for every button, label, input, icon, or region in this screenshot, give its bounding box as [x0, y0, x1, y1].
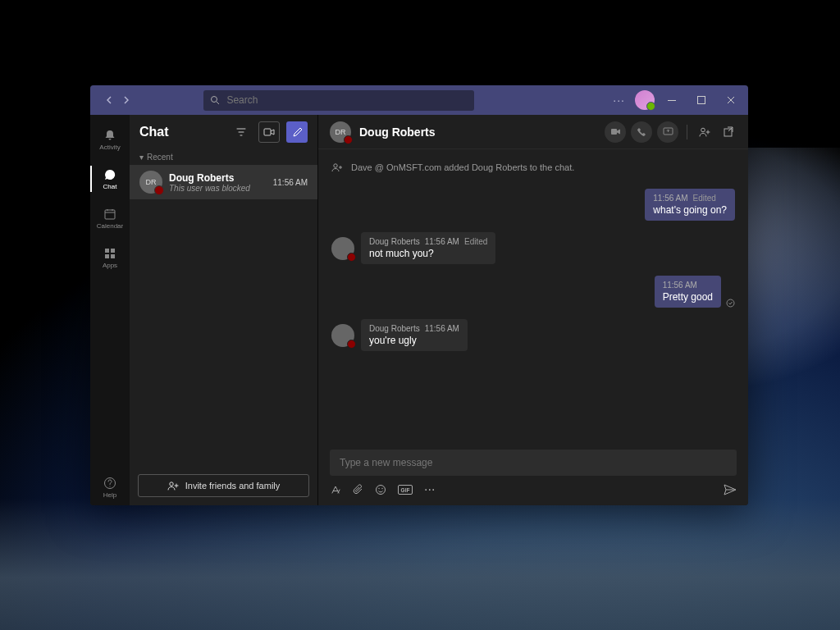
gif-button[interactable]: GIF [398, 485, 413, 495]
message-list: Dave @ OnMSFT.com added Doug Roberts to … [318, 149, 748, 443]
rail-activity[interactable]: Activity [90, 121, 130, 158]
composer-toolbar: GIF ··· [330, 482, 737, 497]
app-rail: Activity Chat Calendar Apps Help [90, 115, 130, 505]
svg-rect-11 [611, 129, 617, 135]
titlebar-controls: ··· [613, 89, 743, 112]
chat-timestamp: 11:56 AM [273, 178, 308, 187]
msg-text: not much you? [369, 248, 487, 259]
contact-avatar: DR [139, 171, 162, 194]
svg-rect-2 [697, 97, 705, 104]
rail-label: Help [103, 491, 116, 499]
invite-label: Invite friends and family [185, 481, 281, 491]
audio-call-button[interactable] [631, 121, 652, 143]
minimize-button[interactable] [660, 89, 684, 112]
svg-point-10 [170, 482, 173, 486]
message-sent[interactable]: 11:56 AMEdited what's going on? [331, 189, 735, 221]
message-input[interactable] [330, 450, 737, 476]
svg-text:GIF: GIF [401, 487, 410, 493]
send-button[interactable] [724, 484, 737, 495]
calendar-icon [103, 208, 116, 221]
invite-icon [167, 481, 179, 491]
emoji-button[interactable] [375, 484, 386, 495]
history-nav [100, 92, 135, 108]
svg-rect-1 [668, 100, 676, 101]
section-recent[interactable]: ▾ Recent [130, 149, 317, 165]
video-call-button[interactable] [605, 121, 626, 143]
person-add-icon [331, 162, 343, 172]
rail-label: Apps [103, 262, 117, 269]
search-input[interactable] [226, 94, 468, 106]
edited-label: Edited [693, 194, 716, 203]
message-received[interactable]: Doug Roberts11:56 AM you're ugly [331, 319, 735, 351]
message-composer: GIF ··· [318, 443, 748, 505]
msg-text: Pretty good [663, 291, 713, 303]
conversation-actions [605, 121, 737, 143]
chat-list-item-body: Doug Roberts This user was blocked [169, 172, 267, 193]
rail-chat[interactable]: Chat [90, 161, 130, 197]
rail-apps[interactable]: Apps [90, 240, 130, 276]
svg-point-15 [334, 164, 337, 167]
rail-help[interactable]: Help [90, 469, 130, 505]
contact-name: Doug Roberts [169, 172, 267, 184]
msg-author: Doug Roberts [369, 324, 420, 333]
close-button[interactable] [719, 89, 743, 112]
search-box[interactable] [203, 90, 474, 111]
system-message-text: Dave @ OnMSFT.com added Doug Roberts to … [351, 162, 574, 172]
conversation-title: Doug Roberts [359, 126, 436, 139]
msg-time: 11:56 AM [425, 237, 459, 246]
svg-point-17 [377, 486, 386, 495]
back-button[interactable] [100, 92, 116, 108]
svg-rect-4 [105, 249, 109, 253]
app-body: Activity Chat Calendar Apps Help Cha [90, 115, 748, 505]
more-button[interactable]: ··· [424, 482, 435, 497]
svg-point-0 [212, 97, 217, 103]
screen-share-button[interactable] [657, 121, 678, 143]
user-avatar[interactable] [635, 90, 655, 110]
format-button[interactable] [330, 484, 341, 495]
svg-point-16 [727, 299, 734, 307]
attach-button[interactable] [353, 484, 363, 495]
invite-section: Invite friends and family [130, 466, 317, 505]
forward-button[interactable] [118, 92, 135, 108]
message-received[interactable]: Doug Roberts11:56 AMEdited not much you? [331, 232, 735, 264]
new-chat-button[interactable] [286, 121, 308, 143]
msg-text: you're ugly [369, 335, 459, 346]
message-sent[interactable]: 11:56 AM Pretty good [331, 276, 735, 308]
chat-list-title: Chat [139, 125, 224, 139]
section-label: Recent [147, 153, 173, 162]
svg-rect-6 [105, 254, 109, 258]
maximize-button[interactable] [689, 89, 714, 112]
invite-button[interactable]: Invite friends and family [138, 474, 309, 497]
app-window: ··· Activity Chat Calendar Apps [90, 85, 748, 505]
add-people-button[interactable] [696, 123, 714, 141]
svg-rect-7 [111, 254, 115, 258]
chat-list-panel: Chat ▾ Recent DR Doug Roberts This user … [130, 115, 318, 505]
titlebar: ··· [90, 85, 748, 115]
svg-rect-5 [111, 249, 115, 253]
msg-time: 11:56 AM [653, 194, 687, 203]
edited-label: Edited [464, 237, 487, 246]
chat-list-item[interactable]: DR Doug Roberts This user was blocked 11… [130, 165, 317, 199]
bell-icon [103, 129, 116, 142]
more-options-button[interactable]: ··· [613, 94, 625, 107]
read-receipt-icon [726, 299, 735, 308]
filter-button[interactable] [231, 121, 252, 143]
svg-point-18 [378, 488, 379, 489]
meet-now-button[interactable] [258, 121, 280, 143]
rail-label: Chat [103, 183, 117, 190]
svg-rect-3 [105, 210, 115, 219]
msg-time: 11:56 AM [663, 281, 697, 290]
chat-preview-text: This user was blocked [169, 184, 267, 193]
popout-button[interactable] [719, 123, 737, 141]
chevron-down-icon: ▾ [139, 153, 144, 162]
msg-author: Doug Roberts [369, 237, 420, 246]
msg-text: what's going on? [653, 204, 727, 216]
system-message: Dave @ OnMSFT.com added Doug Roberts to … [331, 162, 735, 172]
sender-avatar [331, 237, 354, 260]
conversation-header: DR Doug Roberts [318, 115, 748, 149]
rail-calendar[interactable]: Calendar [90, 200, 130, 236]
chat-list-header: Chat [130, 115, 317, 149]
chat-icon [103, 168, 116, 181]
svg-rect-9 [264, 129, 271, 135]
conversation-avatar: DR [330, 121, 351, 143]
